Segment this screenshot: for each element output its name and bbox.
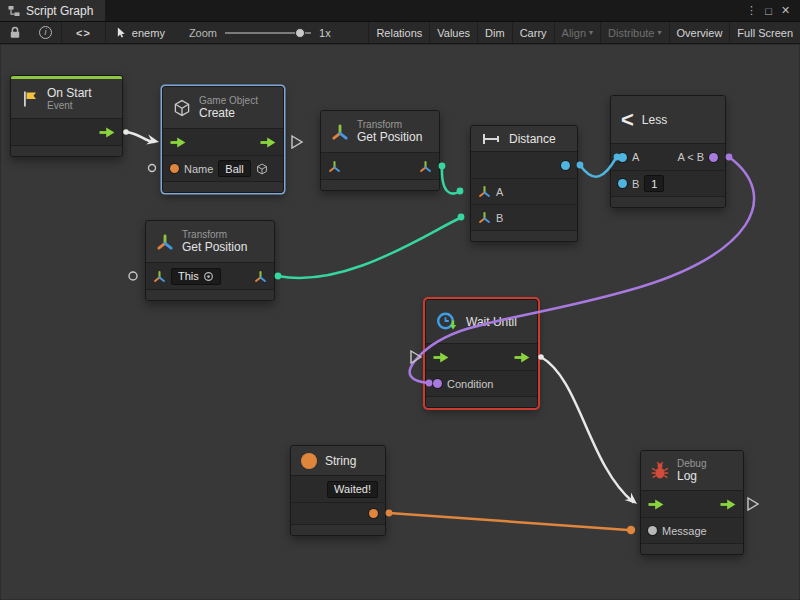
transform-input-port[interactable] xyxy=(328,160,341,173)
node-log[interactable]: Debug Log Message xyxy=(640,450,744,555)
node-title: Distance xyxy=(509,132,556,146)
b-value: 1 xyxy=(651,178,657,190)
sequence-marker xyxy=(411,351,421,363)
lock-icon[interactable] xyxy=(0,22,30,43)
flow-output-port[interactable] xyxy=(99,127,115,138)
chevron-down-icon: ▾ xyxy=(589,28,593,37)
code-icon[interactable]: <> xyxy=(62,22,105,43)
flow-input-port[interactable] xyxy=(170,137,186,148)
zoom-slider[interactable] xyxy=(225,28,311,38)
transform-input-port[interactable] xyxy=(153,270,166,283)
align-button[interactable]: Align ▾ xyxy=(554,22,600,43)
node-distance[interactable]: Distance A B xyxy=(470,125,578,242)
overview-button[interactable]: Overview xyxy=(669,22,730,43)
node-footer xyxy=(611,196,725,207)
node-title: Log xyxy=(677,469,706,483)
condition-input-port[interactable] xyxy=(433,379,442,388)
graph-canvas[interactable]: On Start Event Game Object Create Name B… xyxy=(0,44,800,600)
node-title: Create xyxy=(199,106,258,120)
a-input-port[interactable] xyxy=(618,153,627,162)
b-value-field[interactable]: 1 xyxy=(644,175,664,192)
distribute-button[interactable]: Distribute ▾ xyxy=(600,22,668,43)
flag-icon xyxy=(21,90,39,108)
tab-title: Script Graph xyxy=(26,4,93,18)
target-field[interactable]: This xyxy=(171,268,221,285)
string-value: Waited! xyxy=(334,483,371,495)
align-label: Align xyxy=(562,27,586,39)
arrowhead xyxy=(625,492,641,507)
node-less[interactable]: < Less A A < B B 1 xyxy=(610,95,726,208)
graph-toolbar: i <> enemy Zoom 1x Relations Values Dim … xyxy=(0,22,800,44)
carry-button[interactable]: Carry xyxy=(512,22,554,43)
node-get-position-2[interactable]: Transform Get Position This xyxy=(145,220,275,301)
node-title: Wait Until xyxy=(466,315,517,329)
flow-input-port[interactable] xyxy=(648,499,664,510)
expression-label: A < B xyxy=(677,151,704,163)
values-button[interactable]: Values xyxy=(429,22,477,43)
graph-target[interactable]: enemy xyxy=(106,27,175,39)
node-on-start[interactable]: On Start Event xyxy=(10,75,123,157)
flow-output-port[interactable] xyxy=(514,352,530,363)
name-value-field[interactable]: Ball xyxy=(218,160,250,177)
vector-port-icon[interactable] xyxy=(478,211,491,224)
wait-clock-icon xyxy=(436,311,458,333)
node-get-position-1[interactable]: Transform Get Position xyxy=(320,110,440,191)
port-label: Name xyxy=(184,163,213,175)
close-icon[interactable]: ✕ xyxy=(777,4,794,17)
flow-output-port[interactable] xyxy=(260,137,276,148)
panel-menu-icon[interactable]: ⋮ xyxy=(743,4,760,17)
window-titlebar: Script Graph ⋮ □ ✕ xyxy=(0,0,800,22)
tab-script-graph[interactable]: Script Graph xyxy=(0,0,105,21)
position-output-port[interactable] xyxy=(254,270,267,283)
node-footer xyxy=(426,396,537,407)
object-picker-icon[interactable] xyxy=(256,163,268,175)
less-icon: < xyxy=(621,109,634,131)
transform-icon xyxy=(156,233,174,251)
vector-port-icon[interactable] xyxy=(478,185,491,198)
node-wait-until[interactable]: Wait Until Condition xyxy=(425,299,538,408)
node-category: Debug xyxy=(677,458,706,470)
node-create[interactable]: Game Object Create Name Ball xyxy=(162,86,284,193)
node-footer xyxy=(321,179,439,190)
arrowhead xyxy=(146,135,160,147)
maximize-icon[interactable]: □ xyxy=(760,5,777,17)
distance-output-port[interactable] xyxy=(561,161,570,170)
b-input-port[interactable] xyxy=(618,179,627,188)
port-label: Condition xyxy=(447,378,493,390)
node-string[interactable]: String Waited! xyxy=(290,445,386,536)
string-output-port[interactable] xyxy=(369,509,378,518)
flow-input-port[interactable] xyxy=(433,352,449,363)
name-input-port[interactable] xyxy=(170,164,179,173)
target-picker-icon[interactable] xyxy=(203,271,214,282)
relations-button[interactable]: Relations xyxy=(368,22,429,43)
position-output-port[interactable] xyxy=(419,160,432,173)
message-input-port[interactable] xyxy=(648,526,657,535)
port-label: Message xyxy=(662,525,707,537)
bug-icon xyxy=(651,462,669,480)
node-subtitle: Event xyxy=(47,100,92,112)
flow-output-port[interactable] xyxy=(720,499,736,510)
node-category: Transform xyxy=(182,229,247,241)
zoom-handle[interactable] xyxy=(295,28,305,38)
cursor-icon xyxy=(116,27,127,38)
string-type-icon xyxy=(301,453,317,469)
zoom-value: 1x xyxy=(319,27,331,39)
node-footer xyxy=(146,289,274,300)
edge-getposition1-to-distance-a xyxy=(442,166,459,194)
fullscreen-button[interactable]: Full Screen xyxy=(729,22,800,43)
node-title: Get Position xyxy=(357,130,422,144)
node-footer xyxy=(641,543,743,554)
string-value-field[interactable]: Waited! xyxy=(327,481,378,498)
distance-icon xyxy=(481,132,501,146)
node-category: Game Object xyxy=(199,95,258,107)
sequence-marker xyxy=(748,498,758,510)
info-icon[interactable]: i xyxy=(30,22,61,43)
chevron-down-icon: ▾ xyxy=(658,28,662,37)
node-title: String xyxy=(325,454,356,468)
unconnected-port xyxy=(149,165,156,172)
port-label: A xyxy=(496,186,503,198)
sequence-marker xyxy=(292,136,302,148)
unconnected-port xyxy=(129,272,137,280)
dim-button[interactable]: Dim xyxy=(477,22,512,43)
result-output-port[interactable] xyxy=(709,153,718,162)
